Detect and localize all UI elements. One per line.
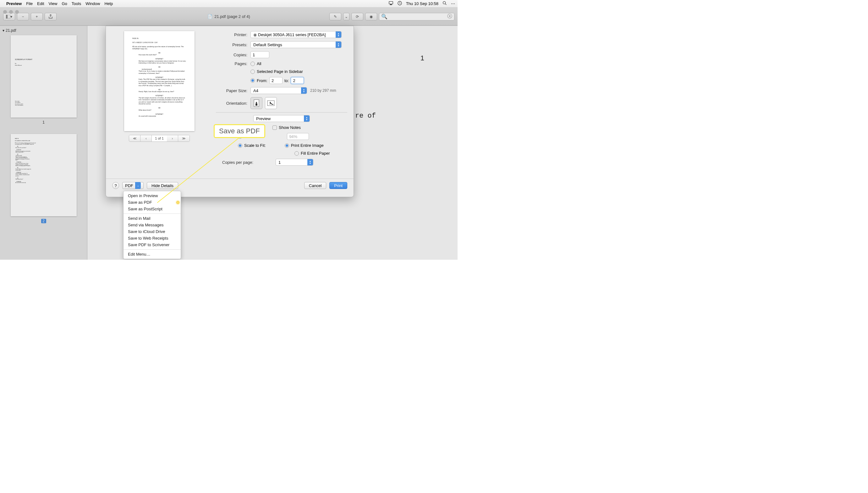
search-icon: 🔍 bbox=[381, 14, 387, 20]
preview-last-button[interactable]: ≫ bbox=[178, 135, 190, 142]
paper-dimensions: 210 by 297 mm bbox=[310, 88, 336, 93]
markup-button[interactable]: ✎ bbox=[329, 13, 341, 20]
print-preview-page: FADE IN: INT. A MESSY LIVING ROOM - DAY … bbox=[124, 31, 195, 131]
cancel-button[interactable]: Cancel bbox=[304, 182, 326, 189]
view-mode-button[interactable]: ▾ bbox=[3, 13, 15, 20]
minimize-window[interactable] bbox=[9, 10, 13, 14]
svg-rect-3 bbox=[6, 15, 7, 19]
fill-paper-radio[interactable] bbox=[294, 151, 299, 156]
printer-label: Printer: bbox=[216, 33, 247, 37]
pages-from-label: From: bbox=[257, 78, 267, 83]
zoom-window[interactable] bbox=[15, 10, 19, 14]
markup-dropdown[interactable]: ⌄ bbox=[343, 13, 350, 20]
save-pdf-to-scrivener-item[interactable]: Save PDF to Scrivener bbox=[124, 241, 181, 248]
spotlight-icon[interactable] bbox=[442, 1, 447, 7]
preview-navigation: ≪ ‹ 1 of 1 › ≫ bbox=[112, 135, 206, 142]
orientation-label: Orientation: bbox=[216, 101, 247, 106]
sidebar: ▾ 21.pdf SCREENPLAY FORMAT by Keith Blou… bbox=[0, 26, 87, 260]
send-via-messages-item[interactable]: Send via Messages bbox=[124, 222, 181, 228]
thumbnail-2[interactable]: FADE IN:INT. A MESSY LIVING ROOM - DAYKB… bbox=[11, 134, 77, 216]
zoom-out-button[interactable]: − bbox=[17, 13, 29, 20]
section-select[interactable]: Preview ▲▼ bbox=[253, 115, 310, 122]
save-to-web-receipts-item[interactable]: Save to Web Receipts bbox=[124, 235, 181, 241]
thumbnail-2-label: 2 bbox=[41, 219, 46, 223]
highlight-button[interactable]: ◉ bbox=[365, 13, 377, 20]
pages-all-radio[interactable] bbox=[250, 62, 255, 66]
sidebar-file-header[interactable]: ▾ 21.pdf bbox=[2, 28, 85, 33]
chevron-down-icon: ⌄ bbox=[135, 182, 141, 189]
scale-fit-label: Scale to Fit: bbox=[244, 143, 266, 148]
menu-file[interactable]: File bbox=[26, 1, 33, 6]
print-dialog: FADE IN: INT. A MESSY LIVING ROOM - DAY … bbox=[106, 26, 354, 197]
copies-per-page-select[interactable]: 1 ▲▼ bbox=[275, 159, 313, 166]
disclosure-icon[interactable]: ▾ bbox=[2, 28, 4, 33]
print-entire-radio[interactable] bbox=[285, 143, 289, 148]
paper-size-label: Paper Size: bbox=[216, 88, 247, 93]
search-input[interactable] bbox=[387, 15, 447, 19]
help-button[interactable]: ? bbox=[112, 182, 119, 189]
copies-input[interactable]: 1 bbox=[250, 51, 269, 58]
save-to-icloud-item[interactable]: Save to iCloud Drive bbox=[124, 228, 181, 235]
preview-first-button[interactable]: ≪ bbox=[129, 135, 140, 142]
pages-sidebar-radio[interactable] bbox=[250, 69, 255, 74]
print-button[interactable]: Print bbox=[329, 182, 347, 189]
window-title: 📄 21.pdf (page 2 of 4) bbox=[207, 14, 250, 19]
scale-input[interactable]: 94% bbox=[287, 133, 309, 140]
menu-go[interactable]: Go bbox=[62, 1, 67, 6]
svg-point-2 bbox=[443, 2, 446, 4]
orientation-landscape[interactable] bbox=[265, 97, 277, 109]
pages-sidebar-label: Selected Page in Sidebar bbox=[257, 69, 303, 74]
fill-paper-label: Fill Entire Paper bbox=[301, 151, 330, 156]
menu-window[interactable]: Window bbox=[86, 1, 100, 6]
svg-point-6 bbox=[256, 102, 257, 103]
menu-view[interactable]: View bbox=[49, 1, 58, 6]
app-menu[interactable]: Preview bbox=[6, 1, 22, 6]
pdf-button[interactable]: PDF ⌄ bbox=[122, 182, 143, 189]
menu-edit[interactable]: Edit bbox=[37, 1, 44, 6]
clock[interactable]: Thu 10 Sep 10:58 bbox=[406, 1, 439, 6]
airplay-icon[interactable] bbox=[388, 1, 394, 7]
close-window[interactable] bbox=[3, 10, 7, 14]
send-in-mail-item[interactable]: Send in Mail bbox=[124, 215, 181, 222]
open-in-preview-item[interactable]: Open in Preview bbox=[124, 192, 181, 199]
clear-search-icon[interactable]: ⓧ bbox=[447, 13, 452, 20]
scale-fit-radio[interactable] bbox=[238, 143, 242, 148]
to-input[interactable]: 2 bbox=[291, 77, 304, 84]
save-as-pdf-item[interactable]: Save as PDF bbox=[124, 199, 181, 206]
timemachine-icon[interactable] bbox=[397, 1, 402, 7]
show-notes-label: Show Notes bbox=[279, 125, 301, 130]
menu-help[interactable]: Help bbox=[104, 1, 113, 6]
siri-icon[interactable]: ⋯ bbox=[451, 1, 455, 6]
presets-select[interactable]: Default Settings ▲▼ bbox=[250, 41, 341, 48]
pdf-dropdown: Open in Preview Save as PDF Save as Post… bbox=[123, 191, 181, 259]
toolbar: ▾ − + 📄 21.pdf (page 2 of 4) ✎ ⌄ ⟳ ◉ 🔍 ⓧ bbox=[0, 7, 458, 26]
rotate-button[interactable]: ⟳ bbox=[351, 13, 363, 20]
zoom-in-button[interactable]: + bbox=[31, 13, 43, 20]
svg-point-8 bbox=[270, 102, 271, 103]
pages-label: Pages: bbox=[216, 61, 247, 66]
search-field[interactable]: 🔍 ⓧ bbox=[379, 13, 454, 20]
from-input[interactable]: 2 bbox=[269, 77, 283, 84]
pages-all-label: All bbox=[257, 61, 261, 66]
callout-save-as-pdf: Save as PDF bbox=[214, 124, 265, 138]
traffic-lights bbox=[3, 10, 19, 14]
pages-from-radio[interactable] bbox=[250, 78, 255, 83]
show-notes-checkbox[interactable] bbox=[272, 125, 277, 130]
orientation-portrait[interactable] bbox=[250, 97, 262, 109]
svg-rect-4 bbox=[7, 15, 10, 19]
preview-prev-button[interactable]: ‹ bbox=[140, 135, 152, 142]
preview-next-button[interactable]: › bbox=[167, 135, 178, 142]
hide-details-button[interactable]: Hide Details bbox=[147, 182, 178, 189]
menu-tools[interactable]: Tools bbox=[72, 1, 81, 6]
printer-select[interactable]: ◉ Deskjet 3050A J611 series [FED2BA] ▲▼ bbox=[250, 31, 341, 38]
print-entire-label: Print Entire Image bbox=[291, 143, 324, 148]
paper-size-select[interactable]: A4 ▲▼ bbox=[250, 87, 307, 94]
thumbnail-1[interactable]: SCREENPLAY FORMAT by Keith Blount Your n… bbox=[11, 35, 77, 117]
save-as-postscript-item[interactable]: Save as PostScript bbox=[124, 206, 181, 212]
highlight-dot-icon bbox=[176, 201, 179, 204]
doc-fragment: re of bbox=[355, 111, 376, 121]
presets-label: Presets: bbox=[216, 42, 247, 47]
edit-menu-item[interactable]: Edit Menu… bbox=[124, 251, 181, 257]
copies-per-page-label: Copies per page: bbox=[222, 160, 272, 165]
share-button[interactable] bbox=[45, 13, 57, 20]
